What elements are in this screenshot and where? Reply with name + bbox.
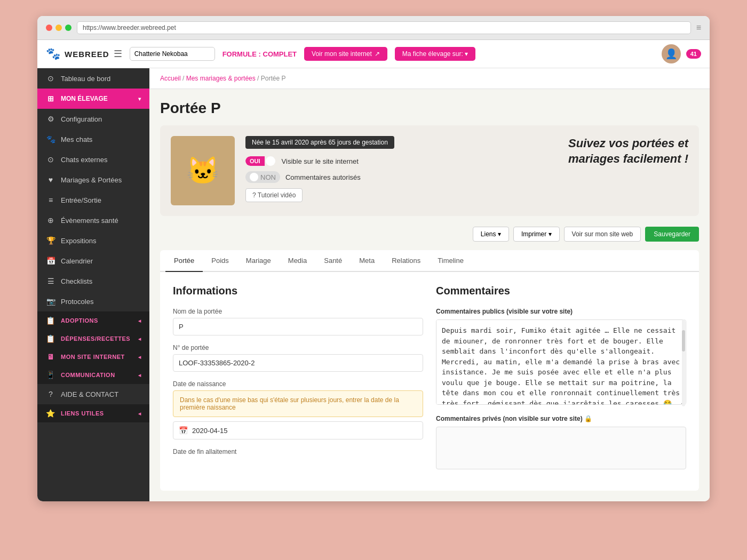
tab-content: Informations Nom de la portée N° de port…: [160, 272, 699, 491]
toggle-non-label: NON: [260, 173, 276, 181]
portee-image: 🐱: [171, 136, 235, 205]
chats-icon: 🐾: [46, 135, 55, 143]
tab-meta[interactable]: Meta: [351, 250, 383, 272]
date-warning-box: Dans le cas d'une mise bas qui s'étale s…: [173, 390, 423, 417]
sidebar-label-mon-elevage: MON ÉLEVAGE: [61, 95, 108, 102]
breadcrumb-accueil[interactable]: Accueil: [160, 75, 181, 82]
protocoles-icon: 📷: [46, 297, 55, 306]
sidebar-item-mariages-portees[interactable]: ♥ Mariages & Portées: [37, 170, 149, 190]
nom-portee-group: Nom de la portée: [173, 308, 423, 335]
commentaires-panel: Commentaires Commentaires publics (visib…: [436, 285, 686, 478]
sidebar-label-liens-utiles: LIENS UTILES: [61, 410, 104, 417]
entree-icon: ≡: [46, 196, 55, 204]
calendrier-icon: 📅: [46, 257, 55, 265]
numero-portee-input[interactable]: [173, 354, 423, 372]
sidebar-item-tableau-de-bord[interactable]: ⊙ Tableau de bord: [37, 68, 149, 89]
sidebar-label-entree-sortie: Entrée/Sortie: [61, 196, 101, 204]
breadcrumb-current: Portée P: [261, 75, 286, 82]
tab-sante[interactable]: Santé: [315, 250, 351, 272]
sidebar-label-depenses-recettes: DÉPENSES/RECETTES: [61, 335, 130, 342]
tab-portee[interactable]: Portée: [165, 250, 203, 272]
nom-portee-input[interactable]: [173, 318, 423, 335]
page-title: Portée P: [160, 100, 699, 117]
sidebar-item-protocoles[interactable]: 📷 Protocoles: [37, 291, 149, 311]
sidebar-item-adoptions[interactable]: 📋 ADOPTIONS ◂: [37, 311, 149, 330]
date-input-wrapper[interactable]: 📅: [173, 421, 423, 439]
imprimer-button[interactable]: Imprimer ▾: [513, 227, 560, 242]
toggle-commentaires[interactable]: NON: [245, 171, 280, 183]
sidebar: ⊙ Tableau de bord ⊞ MON ÉLEVAGE ▾ ⚙ Conf…: [37, 68, 149, 501]
numero-portee-group: N° de portée: [173, 344, 423, 372]
commentaires-publics-group: Commentaires publics (visible sur votre …: [436, 308, 686, 406]
avatar[interactable]: 👤: [662, 44, 681, 63]
portee-top-card: 🐱 Née le 15 avril 2020 après 65 jours de…: [160, 125, 699, 216]
toggle-on-label: OUI: [245, 156, 265, 166]
tab-poids[interactable]: Poids: [203, 250, 237, 272]
sidebar-item-calendrier[interactable]: 📅 Calendrier: [37, 251, 149, 271]
adoptions-icon: 📋: [46, 316, 55, 325]
hamburger-icon[interactable]: ☰: [114, 48, 122, 60]
sidebar-item-mon-site-internet[interactable]: 🖥 MON SITE INTERNET ◂: [37, 348, 149, 366]
sidebar-item-depenses-recettes[interactable]: 📋 DÉPENSES/RECETTES ◂: [37, 330, 149, 348]
portee-image-placeholder: 🐱: [186, 155, 219, 186]
commentaires-publics-area: Depuis mardi soir, Fumiko était agitée ……: [436, 319, 686, 406]
sidebar-item-expositions[interactable]: 🏆 Expositions: [37, 230, 149, 251]
sidebar-item-aide-contact[interactable]: ? AIDE & CONTACT: [37, 384, 149, 404]
tabs-bar: Portée Poids Mariage Media Santé Meta Re…: [160, 250, 699, 272]
sidebar-item-liens-utiles[interactable]: ⭐ LIENS UTILES ◂: [37, 404, 149, 422]
breadcrumb-mariages-portees[interactable]: Mes mariages & portées: [186, 75, 256, 82]
commentaires-prives-group: Commentaires privés (non visible sur vot…: [436, 415, 686, 469]
logo-icon: 🐾: [46, 47, 60, 61]
main-content: Accueil / Mes mariages & portées / Porté…: [149, 68, 710, 501]
sidebar-label-checklists: Checklists: [61, 277, 92, 285]
notification-badge[interactable]: 41: [686, 49, 701, 59]
sidebar-item-configuration[interactable]: ⚙ Configuration: [37, 109, 149, 129]
date-fin-allaitement-label: Date de fin allaitement: [173, 448, 423, 455]
sidebar-item-evenements-sante[interactable]: ⊕ Évènements santé: [37, 210, 149, 230]
date-naissance-input[interactable]: [192, 427, 417, 435]
tab-relations[interactable]: Relations: [383, 250, 429, 272]
dot-red[interactable]: [46, 25, 52, 31]
browser-menu-icon[interactable]: ≡: [696, 23, 701, 33]
dot-green[interactable]: [65, 25, 71, 31]
date-naissance-label: Date de naissance: [173, 380, 423, 388]
sauvegarder-button[interactable]: Sauvegarder: [645, 227, 699, 242]
dot-yellow[interactable]: [55, 25, 62, 31]
header-right: 👤 41: [662, 44, 701, 63]
sidebar-item-entree-sortie[interactable]: ≡ Entrée/Sortie: [37, 190, 149, 210]
site-chevron-icon: ◂: [138, 354, 141, 360]
sidebar-item-communication[interactable]: 📱 COMMUNICATION ◂: [37, 366, 149, 384]
tab-media[interactable]: Media: [280, 250, 315, 272]
voir-site-button[interactable]: Voir sur mon site web: [564, 227, 641, 242]
tab-mariage[interactable]: Mariage: [237, 250, 280, 272]
informations-panel: Informations Nom de la portée N° de port…: [173, 285, 423, 478]
portee-promo: Suivez vos portées etmariages facilement…: [568, 136, 688, 166]
commentaires-prives-input[interactable]: [436, 427, 686, 469]
fiche-elevage-button[interactable]: Ma fiche élevage sur: ▾: [395, 47, 475, 61]
tutoriel-button[interactable]: ? Tutoriel vidéo: [245, 188, 303, 202]
commentaires-publics-label: Commentaires publics (visible sur votre …: [436, 308, 686, 315]
config-icon: ⚙: [46, 115, 55, 123]
sidebar-item-chats-externes[interactable]: ⊙ Chats externes: [37, 149, 149, 170]
mariages-icon: ♥: [46, 175, 55, 184]
browser-url-bar[interactable]: https://www.breeder.webreed.pet: [77, 21, 691, 34]
liens-button[interactable]: Liens ▾: [473, 227, 509, 242]
toggle-visible[interactable]: OUI: [245, 156, 276, 166]
site-icon: 🖥: [46, 353, 55, 361]
logo-text: WEBREED: [65, 50, 109, 59]
browser-window: https://www.breeder.webreed.pet ≡ 🐾 WEBR…: [37, 16, 710, 501]
voir-site-internet-button[interactable]: Voir mon site internet ↗: [304, 47, 387, 61]
sidebar-item-checklists[interactable]: ☰ Checklists: [37, 271, 149, 291]
sidebar-item-mon-elevage[interactable]: ⊞ MON ÉLEVAGE ▾: [37, 89, 149, 109]
sidebar-item-mes-chats[interactable]: 🐾 Mes chats: [37, 129, 149, 149]
commentaires-publics-textarea[interactable]: Depuis mardi soir, Fumiko était agitée ……: [436, 319, 686, 405]
sidebar-label-tableau-de-bord: Tableau de bord: [61, 75, 110, 83]
aide-icon: ?: [46, 390, 55, 398]
browser-bar: https://www.breeder.webreed.pet ≡: [37, 16, 710, 40]
checklist-icon: ☰: [46, 277, 55, 285]
calendar-icon: 📅: [179, 426, 188, 435]
chatterie-select[interactable]: Chatterie Nekobaa: [130, 47, 215, 61]
date-fin-allaitement-group: Date de fin allaitement: [173, 448, 423, 455]
sidebar-label-mon-site-internet: MON SITE INTERNET: [61, 354, 125, 360]
tab-timeline[interactable]: Timeline: [429, 250, 472, 272]
